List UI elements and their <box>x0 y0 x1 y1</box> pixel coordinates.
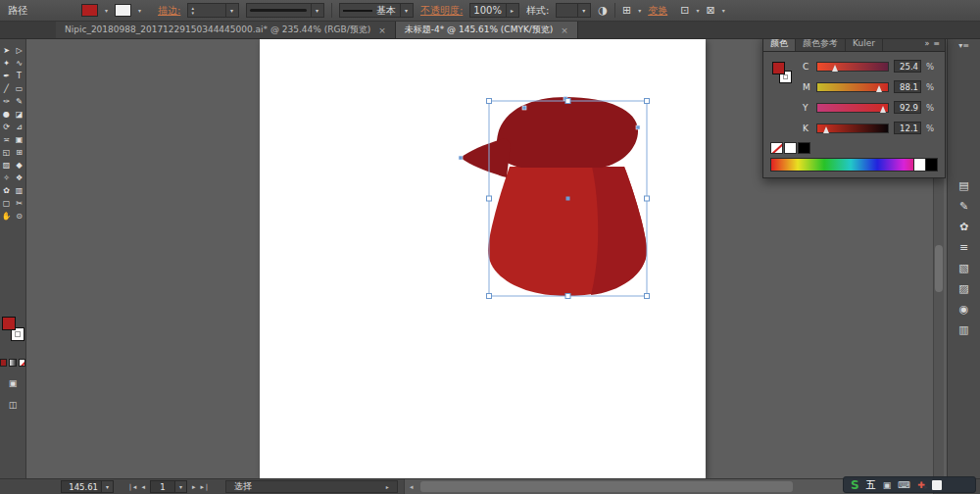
stroke-color-swatch[interactable] <box>115 4 131 17</box>
selection-handle[interactable] <box>645 294 650 299</box>
artboard-number-field[interactable]: 1 <box>150 480 175 493</box>
magic-wand-tool[interactable]: ✦ <box>0 57 13 70</box>
ime-settings-icon[interactable] <box>932 480 942 490</box>
anchor-point[interactable] <box>636 125 640 129</box>
brushes-panel-icon[interactable]: ✎ <box>954 196 975 217</box>
zoom-combo[interactable]: 145.61 ▾ <box>61 480 114 493</box>
ime-logo[interactable]: S <box>851 478 859 492</box>
chevron-down-icon[interactable]: ▾ <box>722 7 725 14</box>
selection-handle[interactable] <box>565 99 570 104</box>
paintbrush-tool[interactable]: ✑ <box>0 95 13 108</box>
free-transform-tool[interactable]: ▣ <box>13 133 25 146</box>
blob-brush-tool[interactable]: ● <box>0 108 13 121</box>
transparency-panel-icon[interactable]: ▨ <box>954 278 975 299</box>
artwork-shape-shadow[interactable] <box>591 167 647 295</box>
slider-handle[interactable] <box>880 106 886 113</box>
fill-proxy-swatch[interactable] <box>2 317 16 330</box>
close-icon[interactable]: × <box>561 25 568 35</box>
direct-selection-tool[interactable]: ▷ <box>13 44 25 57</box>
anchor-point[interactable] <box>522 106 526 110</box>
black-swatch[interactable] <box>798 142 810 154</box>
stroke-panel-icon[interactable]: ≡ <box>954 237 975 258</box>
chevron-down-icon[interactable]: ▾ <box>311 4 320 17</box>
chevron-down-icon[interactable]: ▾ <box>696 7 699 14</box>
lasso-tool[interactable]: ∿ <box>13 57 25 70</box>
chevron-down-icon[interactable]: ▾ <box>175 480 187 493</box>
fill-color-swatch[interactable] <box>81 4 98 17</box>
perspective-grid-tool[interactable]: ⊞ <box>13 146 25 159</box>
rectangle-tool[interactable]: ▭ <box>13 82 25 95</box>
artwork-shape-spout[interactable] <box>461 138 511 177</box>
brush-definition-combo[interactable]: 基本 ▾ <box>339 3 414 18</box>
opacity-combo[interactable]: 100% ▸ <box>469 3 519 18</box>
stepper-icon[interactable]: ▴▾ <box>191 6 194 16</box>
pencil-tool[interactable]: ✎ <box>13 95 25 108</box>
slider-handle[interactable] <box>876 85 882 92</box>
magenta-value-field[interactable]: 88.1 <box>894 80 921 93</box>
zoom-tool[interactable]: ⊙ <box>13 210 25 222</box>
none-swatch[interactable] <box>770 142 783 154</box>
width-profile-combo[interactable]: ▾ <box>246 3 324 18</box>
white-swatch[interactable] <box>784 142 797 154</box>
cyan-value-field[interactable]: 25.4 <box>894 60 921 73</box>
opacity-value[interactable]: 100% <box>473 5 502 16</box>
slider-handle[interactable] <box>823 126 829 133</box>
ime-skin-icon[interactable]: ▣ <box>883 480 892 490</box>
fill-stroke-proxy[interactable] <box>1 317 25 343</box>
vertical-scrollbar-thumb[interactable] <box>935 245 943 292</box>
symbol-sprayer-tool[interactable]: ✿ <box>0 184 13 197</box>
chevron-down-icon[interactable]: ▾ <box>225 4 235 17</box>
chevron-down-icon[interactable]: ▾ <box>638 7 641 14</box>
opacity-link[interactable]: 不透明度: <box>420 4 463 18</box>
screen-mode-button[interactable]: ◫ <box>0 400 25 410</box>
black-slider[interactable] <box>816 124 889 133</box>
slider-handle[interactable] <box>832 65 838 72</box>
black-value-field[interactable]: 12.1 <box>894 122 921 134</box>
selection-tool[interactable]: ➤ <box>0 44 13 57</box>
blend-tool[interactable]: ❖ <box>13 172 25 184</box>
next-artboard-icon[interactable]: ▸ <box>192 483 196 491</box>
collapse-panels-icon[interactable]: ▾≡ <box>958 41 969 50</box>
spectrum-black-cell[interactable] <box>925 159 937 171</box>
chevron-down-icon[interactable]: ▾ <box>577 4 587 17</box>
anchor-point[interactable] <box>459 156 463 160</box>
object-center-point[interactable] <box>566 197 570 201</box>
hand-tool[interactable]: ✋ <box>0 210 13 222</box>
chevron-down-icon[interactable]: ▾ <box>400 4 410 17</box>
arrange-icon[interactable]: ⊠ <box>706 4 714 17</box>
scale-tool[interactable]: ⊿ <box>13 121 25 133</box>
swatches-panel-icon[interactable]: ▤ <box>954 175 975 196</box>
style-combo[interactable]: ▾ <box>556 3 591 18</box>
horizontal-scrollbar-thumb[interactable] <box>420 481 793 492</box>
document-setup-icon[interactable]: ⊞ <box>622 4 631 17</box>
selection-handle[interactable] <box>487 196 492 201</box>
ime-keyboard-icon[interactable]: ⌨ <box>898 480 910 490</box>
fill-dropdown-icon[interactable]: ▾ <box>105 7 108 14</box>
eraser-tool[interactable]: ◪ <box>13 108 25 121</box>
width-tool[interactable]: ≍ <box>0 133 13 146</box>
stroke-dropdown-icon[interactable]: ▾ <box>138 7 141 14</box>
status-menu-icon[interactable]: ▸ <box>386 483 389 490</box>
align-icon[interactable]: ⊡ <box>680 4 689 17</box>
color-spectrum-bar[interactable] <box>770 158 938 172</box>
drawing-mode-button[interactable]: ▣ <box>0 378 25 388</box>
scroll-left-icon[interactable]: ◂ <box>405 479 418 494</box>
appearance-panel-icon[interactable]: ◉ <box>954 299 975 320</box>
panel-fill-swatch[interactable] <box>772 62 785 74</box>
shape-builder-tool[interactable]: ◱ <box>0 146 13 159</box>
selection-handle[interactable] <box>487 99 492 104</box>
selection-handle[interactable] <box>487 294 492 299</box>
type-tool[interactable]: T <box>13 70 25 82</box>
eyedropper-tool[interactable]: ✧ <box>0 172 13 184</box>
yellow-slider[interactable] <box>816 103 889 113</box>
slice-tool[interactable]: ✂ <box>13 197 25 210</box>
line-segment-tool[interactable]: ╱ <box>0 82 13 95</box>
symbols-panel-icon[interactable]: ✿ <box>954 217 975 237</box>
transform-link[interactable]: 变换 <box>648 4 667 18</box>
rotate-tool[interactable]: ⟳ <box>0 121 13 133</box>
column-graph-tool[interactable]: ▥ <box>13 184 25 197</box>
zoom-value-field[interactable]: 145.61 <box>61 480 102 493</box>
stroke-weight-combo[interactable]: ▴▾ ▾ <box>187 3 239 18</box>
gradient-tool[interactable]: ◆ <box>13 159 25 172</box>
yellow-value-field[interactable]: 92.9 <box>894 101 921 114</box>
